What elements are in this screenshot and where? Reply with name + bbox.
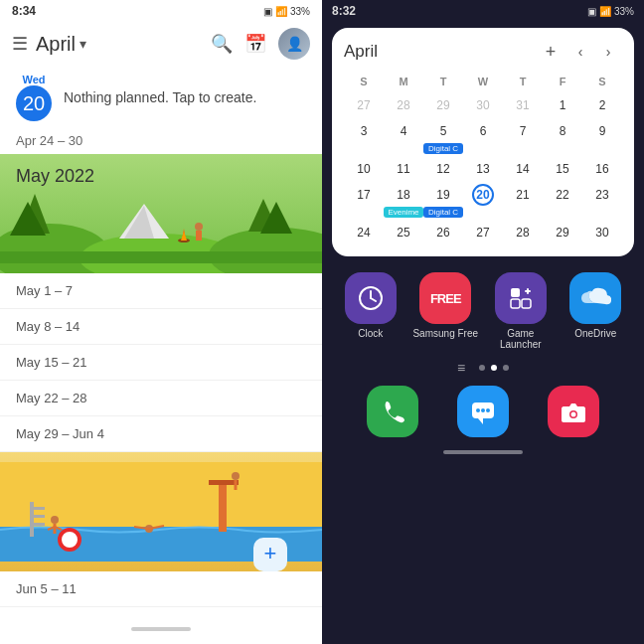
cal-cell-26[interactable]: 26 bbox=[423, 221, 463, 244]
cal-cell-2[interactable]: 2 bbox=[582, 93, 622, 117]
cal-cell-14[interactable]: 14 bbox=[503, 157, 543, 181]
app-messages[interactable] bbox=[442, 386, 525, 437]
cal-cell-8[interactable]: 8 bbox=[543, 119, 582, 155]
game-launcher-label: Game Launcher bbox=[486, 328, 556, 350]
cal-cell-4[interactable]: 4 bbox=[384, 119, 423, 155]
cal-week-3: 10 11 12 13 14 15 16 bbox=[344, 157, 622, 181]
app-camera[interactable] bbox=[532, 386, 614, 437]
svg-rect-43 bbox=[522, 299, 531, 308]
cal-cell-30[interactable]: 30 bbox=[582, 221, 622, 244]
app-clock[interactable]: Clock bbox=[336, 272, 405, 350]
event-digital-c-19: Digital C bbox=[423, 207, 463, 218]
left-time: 8:34 bbox=[12, 4, 36, 18]
menu-icon[interactable]: ☰ bbox=[12, 33, 28, 55]
cal-cell-7[interactable]: 7 bbox=[503, 119, 543, 155]
cal-cell-27b[interactable]: 27 bbox=[463, 221, 503, 244]
calendar-widget: April + ‹ › S M T W T F S 27 28 29 30 31 bbox=[332, 28, 634, 256]
cal-header-t2: T bbox=[503, 74, 543, 91]
page-dots: ≡ bbox=[322, 356, 644, 380]
cal-cell-9[interactable]: 9 bbox=[582, 119, 622, 155]
cal-cell-12[interactable]: 12 bbox=[423, 157, 463, 181]
header-icons: 🔍 📅 👤 bbox=[211, 28, 310, 60]
svg-point-23 bbox=[60, 530, 80, 550]
search-icon[interactable]: 🔍 bbox=[211, 33, 233, 55]
may-week-row-1: May 8 – 14 bbox=[0, 309, 322, 345]
cal-cell-31[interactable]: 31 bbox=[503, 93, 543, 117]
app-onedrive[interactable]: OneDrive bbox=[562, 272, 631, 350]
bottom-app-dock bbox=[322, 380, 644, 443]
day-name: Wed bbox=[22, 74, 45, 85]
app-phone[interactable] bbox=[352, 386, 434, 437]
svg-point-47 bbox=[481, 408, 485, 412]
cal-week-2: 3 4 5Digital C 6 7 8 9 bbox=[344, 119, 622, 155]
svg-rect-14 bbox=[0, 251, 322, 263]
apr-date-range: Apr 24 – 30 bbox=[0, 129, 322, 154]
svg-point-30 bbox=[51, 516, 59, 524]
month-title[interactable]: April ▾ bbox=[36, 33, 203, 56]
cal-cell-24[interactable]: 24 bbox=[344, 221, 384, 244]
cal-day-headers: S M T W T F S bbox=[344, 74, 622, 91]
may-weeks: May 1 – 7May 8 – 14May 15 – 21May 22 – 2… bbox=[0, 273, 322, 452]
cal-cell-20[interactable]: 20 bbox=[463, 183, 503, 219]
svg-rect-20 bbox=[30, 507, 45, 510]
cal-next-button[interactable]: › bbox=[594, 38, 622, 66]
app-samsung-free[interactable]: FREE Samsung Free bbox=[411, 272, 481, 350]
cal-cell-17[interactable]: 17 bbox=[344, 183, 384, 219]
cal-header-s2: S bbox=[582, 74, 622, 91]
cal-cell-10[interactable]: 10 bbox=[344, 157, 384, 181]
cal-cell-27[interactable]: 27 bbox=[344, 93, 384, 117]
cal-cell-21[interactable]: 21 bbox=[503, 183, 543, 219]
may-week-row-0: May 1 – 7 bbox=[0, 273, 322, 309]
right-panel: 8:32 ▣ 📶 33% April + ‹ › S M T W T F S bbox=[322, 0, 644, 644]
game-launcher-icon bbox=[495, 272, 547, 324]
cal-cell-23[interactable]: 23 bbox=[582, 183, 622, 219]
cal-cell-19[interactable]: 19Digital C bbox=[423, 183, 463, 219]
cal-cell-3[interactable]: 3 bbox=[344, 119, 384, 155]
cal-cell-25[interactable]: 25 bbox=[384, 221, 423, 244]
home-indicator bbox=[322, 443, 644, 461]
svg-rect-42 bbox=[511, 299, 520, 308]
cal-cell-28b[interactable]: 28 bbox=[503, 221, 543, 244]
apps-menu-icon[interactable]: ≡ bbox=[457, 360, 465, 376]
onedrive-icon bbox=[569, 272, 621, 324]
today-label: Wed 20 bbox=[16, 74, 52, 121]
cal-cell-16[interactable]: 16 bbox=[582, 157, 622, 181]
left-signal-icon: 📶 bbox=[275, 6, 287, 17]
app-game-launcher[interactable]: Game Launcher bbox=[486, 272, 556, 350]
scroll-content[interactable]: May 2022 bbox=[0, 154, 322, 644]
phone-icon bbox=[367, 386, 418, 437]
right-time: 8:32 bbox=[332, 4, 356, 18]
calendar-icon[interactable]: 📅 bbox=[244, 33, 266, 55]
cal-cell-13[interactable]: 13 bbox=[463, 157, 503, 181]
svg-point-50 bbox=[570, 412, 575, 417]
avatar[interactable]: 👤 bbox=[278, 28, 310, 60]
cal-cell-18[interactable]: 18Evenime bbox=[384, 183, 423, 219]
may-week-row-3: May 22 – 28 bbox=[0, 381, 322, 416]
cal-cell-1[interactable]: 1 bbox=[543, 93, 582, 117]
scroll-indicator bbox=[131, 627, 191, 631]
cal-cell-6[interactable]: 6 bbox=[463, 119, 503, 155]
left-photo-icon: ▣ bbox=[263, 6, 272, 17]
svg-point-46 bbox=[476, 408, 480, 412]
cal-prev-button[interactable]: ‹ bbox=[566, 38, 594, 66]
cal-add-button[interactable]: + bbox=[537, 38, 564, 66]
cal-cell-5[interactable]: 5Digital C bbox=[423, 119, 463, 155]
cal-cell-29[interactable]: 29 bbox=[423, 93, 463, 117]
cal-cell-15[interactable]: 15 bbox=[543, 157, 582, 181]
svg-rect-21 bbox=[30, 515, 45, 518]
svg-rect-39 bbox=[511, 288, 520, 297]
cal-header-s1: S bbox=[344, 74, 384, 91]
right-battery: 33% bbox=[614, 6, 634, 17]
svg-point-12 bbox=[195, 223, 203, 231]
cal-header: April + ‹ › bbox=[344, 38, 622, 66]
cal-cell-22[interactable]: 22 bbox=[543, 183, 582, 219]
cal-month-title: April bbox=[344, 42, 537, 62]
cal-cell-30om[interactable]: 30 bbox=[463, 93, 503, 117]
right-status-icons: ▣ 📶 33% bbox=[587, 6, 634, 17]
samsung-free-label: Samsung Free bbox=[412, 328, 478, 339]
svg-rect-13 bbox=[196, 231, 202, 241]
cal-cell-29b[interactable]: 29 bbox=[543, 221, 582, 244]
cal-cell-28[interactable]: 28 bbox=[384, 93, 423, 117]
cal-cell-11[interactable]: 11 bbox=[384, 157, 423, 181]
svg-marker-45 bbox=[478, 418, 483, 424]
